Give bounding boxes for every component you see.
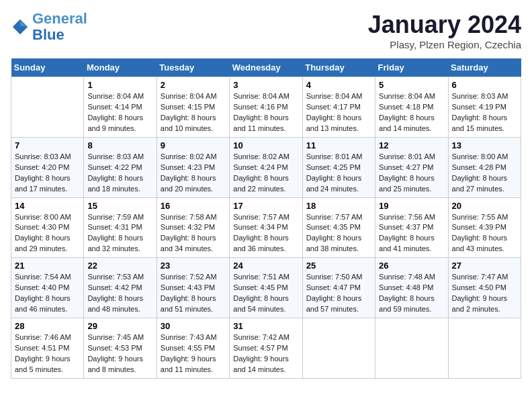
day-number: 8 xyxy=(87,140,152,150)
day-number: 30 xyxy=(161,321,226,331)
day-number: 29 xyxy=(87,321,152,331)
day-detail: Sunrise: 7:52 AMSunset: 4:43 PMDaylight:… xyxy=(161,272,226,315)
day-number: 20 xyxy=(452,201,517,211)
day-detail: Sunrise: 7:54 AMSunset: 4:40 PMDaylight:… xyxy=(15,272,80,315)
calendar-cell: 9 Sunrise: 8:02 AMSunset: 4:23 PMDayligh… xyxy=(157,137,229,197)
calendar-cell: 13 Sunrise: 8:00 AMSunset: 4:28 PMDaylig… xyxy=(448,137,521,197)
day-detail: Sunrise: 8:01 AMSunset: 4:25 PMDaylight:… xyxy=(306,152,371,195)
day-number: 4 xyxy=(306,80,371,90)
day-number: 13 xyxy=(452,140,517,150)
calendar-cell xyxy=(448,318,521,379)
day-detail: Sunrise: 7:50 AMSunset: 4:47 PMDaylight:… xyxy=(306,272,371,315)
day-number: 31 xyxy=(233,321,298,331)
calendar-table: SundayMondayTuesdayWednesdayThursdayFrid… xyxy=(11,58,521,379)
calendar-cell: 25 Sunrise: 7:50 AMSunset: 4:47 PMDaylig… xyxy=(302,258,375,318)
day-detail: Sunrise: 8:04 AMSunset: 4:16 PMDaylight:… xyxy=(233,91,298,134)
day-number: 17 xyxy=(233,201,298,211)
day-number: 25 xyxy=(306,261,371,271)
calendar-cell: 16 Sunrise: 7:58 AMSunset: 4:32 PMDaylig… xyxy=(157,197,229,258)
day-detail: Sunrise: 7:51 AMSunset: 4:45 PMDaylight:… xyxy=(233,272,298,315)
day-header-tuesday: Tuesday xyxy=(157,58,229,77)
day-number: 27 xyxy=(452,261,517,271)
calendar-cell: 22 Sunrise: 7:53 AMSunset: 4:42 PMDaylig… xyxy=(84,258,157,318)
day-number: 15 xyxy=(87,201,152,211)
calendar-cell: 1 Sunrise: 8:04 AMSunset: 4:14 PMDayligh… xyxy=(84,77,157,138)
day-detail: Sunrise: 7:42 AMSunset: 4:57 PMDaylight:… xyxy=(233,332,298,375)
calendar-cell: 27 Sunrise: 7:47 AMSunset: 4:50 PMDaylig… xyxy=(448,258,521,318)
day-number: 10 xyxy=(233,140,298,150)
day-header-monday: Monday xyxy=(84,58,157,77)
calendar-cell: 7 Sunrise: 8:03 AMSunset: 4:20 PMDayligh… xyxy=(11,137,84,197)
day-number: 7 xyxy=(15,140,80,150)
logo: GeneralBlue xyxy=(11,11,87,43)
calendar-cell: 31 Sunrise: 7:42 AMSunset: 4:57 PMDaylig… xyxy=(230,318,302,379)
day-detail: Sunrise: 8:03 AMSunset: 4:20 PMDaylight:… xyxy=(15,152,80,195)
day-detail: Sunrise: 8:00 AMSunset: 4:28 PMDaylight:… xyxy=(452,152,517,195)
calendar-cell: 20 Sunrise: 7:55 AMSunset: 4:39 PMDaylig… xyxy=(448,197,521,258)
day-detail: Sunrise: 7:58 AMSunset: 4:32 PMDaylight:… xyxy=(161,212,226,255)
day-detail: Sunrise: 8:04 AMSunset: 4:18 PMDaylight:… xyxy=(379,91,444,134)
day-number: 5 xyxy=(379,80,444,90)
header: GeneralBlue January 2024 Plasy, Plzen Re… xyxy=(11,11,521,50)
day-detail: Sunrise: 8:01 AMSunset: 4:27 PMDaylight:… xyxy=(379,152,444,195)
calendar-cell: 26 Sunrise: 7:48 AMSunset: 4:48 PMDaylig… xyxy=(375,258,448,318)
day-number: 14 xyxy=(15,201,80,211)
calendar-cell: 21 Sunrise: 7:54 AMSunset: 4:40 PMDaylig… xyxy=(11,258,84,318)
calendar-cell xyxy=(302,318,375,379)
day-number: 18 xyxy=(306,201,371,211)
calendar-cell: 23 Sunrise: 7:52 AMSunset: 4:43 PMDaylig… xyxy=(157,258,229,318)
day-detail: Sunrise: 8:00 AMSunset: 4:30 PMDaylight:… xyxy=(15,212,80,255)
day-detail: Sunrise: 7:57 AMSunset: 4:35 PMDaylight:… xyxy=(306,212,371,255)
day-number: 23 xyxy=(161,261,226,271)
day-detail: Sunrise: 7:43 AMSunset: 4:55 PMDaylight:… xyxy=(161,332,226,375)
day-detail: Sunrise: 8:02 AMSunset: 4:24 PMDaylight:… xyxy=(233,152,298,195)
calendar-cell xyxy=(11,77,84,138)
day-number: 3 xyxy=(233,80,298,90)
day-detail: Sunrise: 8:03 AMSunset: 4:19 PMDaylight:… xyxy=(452,91,517,134)
day-header-wednesday: Wednesday xyxy=(230,58,302,77)
svg-marker-1 xyxy=(20,19,28,27)
day-number: 26 xyxy=(379,261,444,271)
day-header-saturday: Saturday xyxy=(448,58,521,77)
day-detail: Sunrise: 7:55 AMSunset: 4:39 PMDaylight:… xyxy=(452,212,517,255)
logo-text: GeneralBlue xyxy=(32,11,87,43)
day-number: 28 xyxy=(15,321,80,331)
subtitle: Plasy, Plzen Region, Czechia xyxy=(368,39,521,50)
day-detail: Sunrise: 8:03 AMSunset: 4:22 PMDaylight:… xyxy=(87,152,152,195)
day-detail: Sunrise: 7:56 AMSunset: 4:37 PMDaylight:… xyxy=(379,212,444,255)
calendar-cell: 11 Sunrise: 8:01 AMSunset: 4:25 PMDaylig… xyxy=(302,137,375,197)
day-number: 1 xyxy=(87,80,152,90)
day-detail: Sunrise: 7:47 AMSunset: 4:50 PMDaylight:… xyxy=(452,272,517,315)
day-detail: Sunrise: 7:59 AMSunset: 4:31 PMDaylight:… xyxy=(87,212,152,255)
day-number: 21 xyxy=(15,261,80,271)
day-number: 19 xyxy=(379,201,444,211)
calendar-cell: 19 Sunrise: 7:56 AMSunset: 4:37 PMDaylig… xyxy=(375,197,448,258)
day-detail: Sunrise: 7:57 AMSunset: 4:34 PMDaylight:… xyxy=(233,212,298,255)
calendar-cell: 12 Sunrise: 8:01 AMSunset: 4:27 PMDaylig… xyxy=(375,137,448,197)
day-number: 2 xyxy=(161,80,226,90)
calendar-cell: 18 Sunrise: 7:57 AMSunset: 4:35 PMDaylig… xyxy=(302,197,375,258)
calendar-cell xyxy=(375,318,448,379)
calendar-cell: 28 Sunrise: 7:46 AMSunset: 4:51 PMDaylig… xyxy=(11,318,84,379)
calendar-cell: 4 Sunrise: 8:04 AMSunset: 4:17 PMDayligh… xyxy=(302,77,375,138)
day-detail: Sunrise: 7:48 AMSunset: 4:48 PMDaylight:… xyxy=(379,272,444,315)
calendar-cell: 15 Sunrise: 7:59 AMSunset: 4:31 PMDaylig… xyxy=(84,197,157,258)
day-detail: Sunrise: 7:45 AMSunset: 4:53 PMDaylight:… xyxy=(87,332,152,375)
day-number: 9 xyxy=(161,140,226,150)
calendar-cell: 29 Sunrise: 7:45 AMSunset: 4:53 PMDaylig… xyxy=(84,318,157,379)
calendar-cell: 10 Sunrise: 8:02 AMSunset: 4:24 PMDaylig… xyxy=(230,137,302,197)
day-header-sunday: Sunday xyxy=(11,58,84,77)
calendar-cell: 8 Sunrise: 8:03 AMSunset: 4:22 PMDayligh… xyxy=(84,137,157,197)
logo-icon xyxy=(11,17,30,36)
day-number: 24 xyxy=(233,261,298,271)
calendar-cell: 6 Sunrise: 8:03 AMSunset: 4:19 PMDayligh… xyxy=(448,77,521,138)
calendar-cell: 2 Sunrise: 8:04 AMSunset: 4:15 PMDayligh… xyxy=(157,77,229,138)
day-detail: Sunrise: 7:53 AMSunset: 4:42 PMDaylight:… xyxy=(87,272,152,315)
day-header-friday: Friday xyxy=(375,58,448,77)
calendar-cell: 17 Sunrise: 7:57 AMSunset: 4:34 PMDaylig… xyxy=(230,197,302,258)
day-detail: Sunrise: 8:04 AMSunset: 4:17 PMDaylight:… xyxy=(306,91,371,134)
day-detail: Sunrise: 8:04 AMSunset: 4:14 PMDaylight:… xyxy=(87,91,152,134)
day-number: 16 xyxy=(161,201,226,211)
calendar-cell: 5 Sunrise: 8:04 AMSunset: 4:18 PMDayligh… xyxy=(375,77,448,138)
calendar-cell: 30 Sunrise: 7:43 AMSunset: 4:55 PMDaylig… xyxy=(157,318,229,379)
